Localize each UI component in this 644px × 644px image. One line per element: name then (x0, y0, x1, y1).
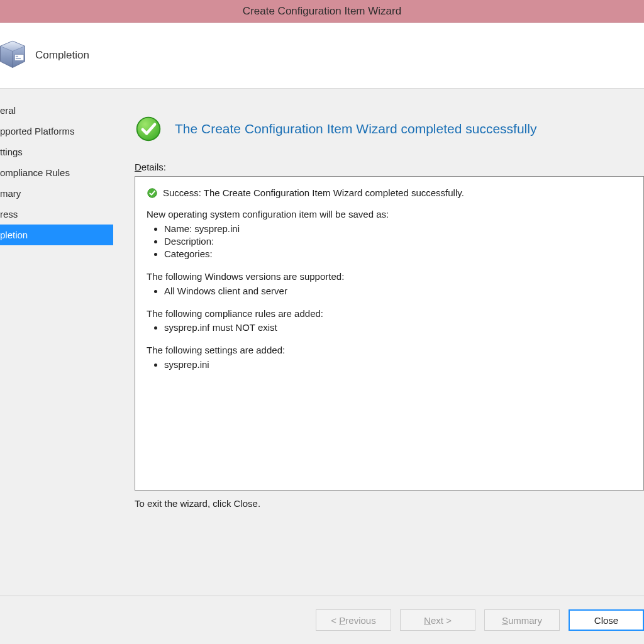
btn-accel: S (502, 615, 508, 626)
list-item: Description: (164, 235, 632, 248)
btn-rest: revious (345, 615, 375, 626)
wizard-header: Completion (0, 23, 644, 89)
sidebar-item-supported-platforms[interactable]: pported Platforms (0, 121, 113, 142)
btn-accel: N (424, 615, 431, 626)
titlebar: Create Configuration Item Wizard (0, 0, 644, 23)
details-label-accel: D (135, 162, 142, 172)
details-label-rest: etails: (142, 162, 166, 172)
sidebar-item-label: pletion (0, 230, 28, 240)
svg-point-4 (148, 189, 157, 197)
sidebar-item-completion[interactable]: pletion (0, 225, 113, 245)
window-title: Create Configuration Item Wizard (243, 5, 401, 18)
btn-prefix: < (331, 615, 339, 626)
list-item: All Windows client and server (164, 285, 632, 297)
success-headline: The Create Configuration Item Wizard com… (175, 121, 536, 136)
svg-rect-0 (14, 54, 24, 60)
success-check-icon (135, 115, 162, 143)
previous-button: < Previous (316, 609, 391, 631)
exit-hint: To exit the wizard, click Close. (135, 498, 644, 509)
btn-accel: P (339, 615, 345, 626)
list-item: sysprep.ini (164, 358, 632, 371)
btn-label: Close (594, 615, 618, 626)
close-button[interactable]: Close (569, 609, 644, 631)
sidebar-item-compliance-rules[interactable]: ompliance Rules (0, 162, 113, 183)
btn-rest: ext > (431, 615, 452, 626)
svg-rect-2 (16, 58, 21, 59)
sidebar-item-label: mary (0, 188, 21, 199)
next-button: Next > (400, 609, 475, 631)
group-title: The following Windows versions are suppo… (147, 270, 632, 283)
sidebar-item-label: eral (0, 105, 16, 116)
svg-point-3 (137, 118, 160, 141)
success-headline-row: The Create Configuration Item Wizard com… (135, 115, 644, 143)
success-line-text: Success: The Create Configuration Item W… (163, 187, 464, 199)
sidebar-item-settings[interactable]: ttings (0, 142, 113, 162)
group-title: New operating system configuration item … (147, 208, 632, 221)
sidebar-item-label: pported Platforms (0, 126, 74, 136)
group-title: The following compliance rules are added… (147, 308, 632, 320)
svg-rect-1 (16, 56, 18, 57)
list-item: Categories: (164, 248, 632, 260)
wizard-content: The Create Configuration Item Wizard com… (113, 89, 644, 596)
sidebar-item-progress[interactable]: ress (0, 204, 113, 225)
wizard-step-title: Completion (35, 49, 89, 62)
wizard-icon (0, 38, 29, 73)
group-saved-as: New operating system configuration item … (147, 208, 632, 260)
sidebar-item-label: ompliance Rules (0, 167, 70, 178)
summary-button: Summary (484, 609, 560, 631)
group-compliance-rules: The following compliance rules are added… (147, 308, 632, 335)
group-windows-versions: The following Windows versions are suppo… (147, 270, 632, 297)
wizard-sidebar: eral pported Platforms ttings ompliance … (0, 89, 113, 596)
list-item: Name: sysprep.ini (164, 223, 632, 235)
list-item: sysprep.inf must NOT exist (164, 321, 632, 334)
sidebar-item-general[interactable]: eral (0, 100, 113, 121)
success-check-small-icon (147, 187, 158, 199)
details-box[interactable]: Success: The Create Configuration Item W… (135, 176, 644, 491)
sidebar-item-label: ttings (0, 147, 23, 157)
sidebar-item-summary[interactable]: mary (0, 183, 113, 204)
group-settings-added: The following settings are added: syspre… (147, 344, 632, 371)
success-line: Success: The Create Configuration Item W… (147, 187, 632, 199)
sidebar-item-label: ress (0, 209, 18, 219)
details-label: Details: (135, 162, 644, 172)
wizard-window: Create Configuration Item Wizard Complet… (0, 0, 644, 644)
wizard-body: eral pported Platforms ttings ompliance … (0, 89, 644, 596)
btn-rest: ummary (508, 615, 542, 626)
wizard-footer: < Previous Next > Summary Close (0, 596, 644, 644)
group-title: The following settings are added: (147, 344, 632, 357)
